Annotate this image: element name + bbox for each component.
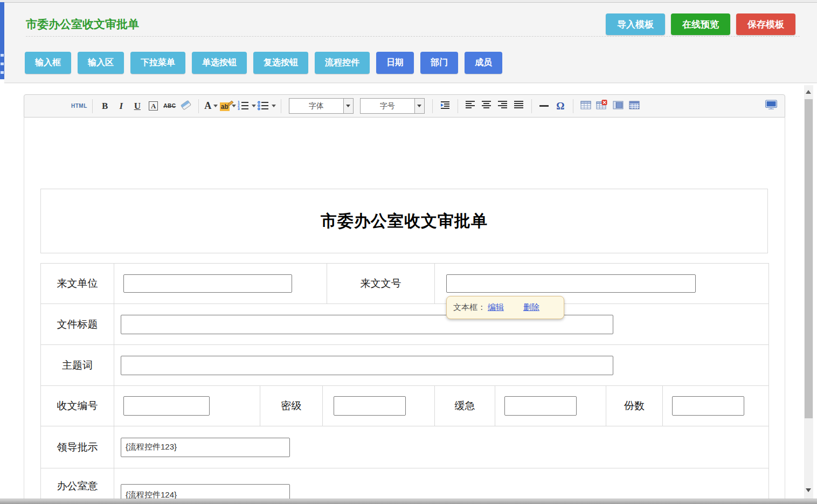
incoming-unit-input[interactable] [123,274,292,293]
pencil-icon [227,99,233,109]
toolbar-separator [531,99,532,113]
import-template-button[interactable]: 导入模板 [606,13,665,35]
insert-dropdown-button[interactable]: 下拉菜单 [130,52,185,74]
ordered-list-button[interactable]: 123 [237,98,256,114]
page-title: 市委办公室收文审批单 [26,17,139,32]
label-cell: 份数 [606,386,663,426]
font-family-select[interactable]: 字体 [289,98,354,114]
header-actions: 导入模板 在线预览 保存模板 [606,13,795,35]
toolbar-separator [573,99,573,113]
border-text-button[interactable]: A [146,98,161,114]
sliver-mark [1,54,4,57]
insert-member-button[interactable]: 成员 [465,52,502,74]
align-center-icon [481,100,491,112]
insert-textarea-button[interactable]: 输入区 [78,52,124,74]
insert-checkbox-button[interactable]: 复选按钮 [253,52,308,74]
secrecy-level-input[interactable] [334,396,406,416]
delete-control-link[interactable]: 删除 [523,302,539,313]
font-color-button[interactable]: A [204,98,219,114]
sliver-mark [1,71,4,74]
online-preview-button[interactable]: 在线预览 [671,13,730,35]
label-cell: 密级 [260,386,323,426]
label-cell: 主题词 [41,345,114,385]
align-left-icon [465,100,475,112]
table-properties-icon [629,100,640,112]
serial-number-input[interactable] [123,396,210,416]
window-bottom-edge [0,499,817,504]
insert-date-button[interactable]: 日期 [376,52,414,74]
label-cell: 缓急 [435,386,495,426]
select-arrow[interactable] [414,99,424,113]
source-code-button[interactable]: HTML [71,98,87,114]
align-center-button[interactable] [479,98,494,114]
unordered-list-icon [257,100,269,113]
align-right-button[interactable] [495,98,510,114]
insert-flow-control-button[interactable]: 流程控件 [315,52,370,74]
horizontal-rule-button[interactable] [537,98,552,114]
merge-cells-icon [613,100,624,112]
bold-button[interactable]: B [98,98,113,114]
align-left-button[interactable] [463,98,478,114]
edit-control-link[interactable]: 编辑 [488,302,504,313]
insert-input-box-button[interactable]: 输入框 [25,52,71,74]
toolbar-separator [92,99,93,113]
horizontal-rule-icon [539,105,549,107]
special-char-button[interactable]: Ω [553,98,568,114]
indent-button[interactable] [438,98,453,114]
underline-button[interactable]: U [130,98,145,114]
toolbar-separator [432,99,433,113]
input-cell [114,386,260,426]
input-cell [114,345,768,385]
italic-button[interactable]: I [114,98,129,114]
svg-text:3: 3 [238,107,240,111]
insert-table-button[interactable] [578,98,593,114]
table-row: 领导批示 [41,426,768,468]
urgency-input[interactable] [504,396,577,416]
label-cell: 收文编号 [41,386,114,426]
align-justify-button[interactable] [511,98,527,114]
delete-table-button[interactable] [594,98,610,114]
input-cell [114,304,768,344]
table-row: 来文单位 来文文号 [41,264,768,304]
eraser-icon [180,100,192,113]
scrollbar-thumb[interactable] [805,99,813,418]
form-title: 市委办公室收文审批单 [321,210,488,232]
control-buttons-row: 输入框 输入区 下拉菜单 单选按钮 复选按钮 流程控件 日期 部门 成员 [25,52,502,74]
header: 市委办公室收文审批单 导入模板 在线预览 保存模板 输入框 输入区 下拉菜单 单… [4,3,817,83]
delete-table-icon [596,100,607,112]
fullscreen-button[interactable] [764,98,779,114]
input-cell [495,386,606,426]
table-properties-button[interactable] [627,98,642,114]
unordered-list-button[interactable] [257,98,276,114]
strikethrough-button[interactable]: ABC [162,98,177,114]
copies-count-input[interactable] [672,396,744,416]
label-cell: 文件标题 [41,304,114,344]
header-divider [26,36,800,37]
subject-words-input[interactable] [121,356,613,375]
toolbar-separator [458,99,458,113]
table-row: 收文编号 密级 缓急 份数 [41,386,768,426]
incoming-number-input[interactable] [446,274,696,293]
toolbar-separator [281,99,281,113]
remove-format-button[interactable] [178,98,193,114]
select-arrow[interactable] [343,99,353,113]
vertical-scrollbar[interactable] [804,85,813,499]
input-cell [663,386,768,426]
insert-department-button[interactable]: 部门 [420,52,458,74]
merge-cells-button[interactable] [611,98,626,114]
leader-instructions-input[interactable] [121,438,290,457]
chevron-down-icon [272,105,276,107]
scroll-down-arrow-icon[interactable] [806,488,811,492]
font-size-select[interactable]: 字号 [360,98,425,114]
scroll-up-arrow-icon[interactable] [806,90,811,94]
chevron-down-icon [346,105,350,107]
input-cell [114,426,768,468]
insert-radio-button[interactable]: 单选按钮 [192,52,247,74]
editor-toolbar: HTML B I U A ABC A ab 123 字体 字号 [24,94,785,118]
toolbar-separator [198,99,199,113]
save-template-button[interactable]: 保存模板 [736,13,795,35]
align-right-icon [497,100,508,112]
table-row: 文件标题 [41,304,768,345]
align-justify-icon [514,100,524,112]
highlight-color-button[interactable]: ab [220,98,236,114]
